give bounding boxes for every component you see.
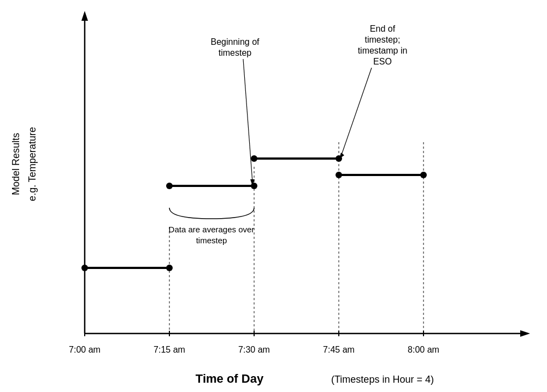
x-label-745: 7:45 am [323,345,355,354]
svg-marker-1 [81,11,88,21]
x-axis-title: Time of Day [196,372,264,385]
svg-point-23 [336,172,342,178]
chart-container: Model Results e.g. Temperature 7:00 am 7… [0,0,547,392]
svg-marker-3 [520,330,530,337]
svg-point-14 [81,265,88,271]
y-axis-label-2: e.g. Temperature [27,127,38,201]
svg-point-15 [166,265,173,271]
annotation-beginning-2: timestep [219,48,252,57]
annotation-end-4: ESO [373,57,392,66]
x-label-800: 8:00 am [408,345,439,354]
x-label-700: 7:00 am [69,345,101,354]
svg-line-27 [342,68,372,155]
annotation-end-1: End of [370,24,396,33]
svg-line-25 [243,59,252,182]
y-axis-label-1: Model Results [10,133,21,195]
x-label-715: 7:15 am [154,345,185,354]
annotation-end-3: timestamp in [358,46,408,55]
annotation-avg-1: Data are averages over [169,225,255,234]
annotation-beginning: Beginning of [211,37,260,46]
x-axis-subtitle: (Timesteps in Hour = 4) [331,374,434,385]
svg-point-17 [166,183,173,189]
x-label-730: 7:30 am [238,345,270,354]
svg-point-24 [420,172,427,178]
annotation-end-2: timestep; [365,35,401,44]
annotation-avg-2: timestep [196,236,227,245]
svg-point-20 [251,155,257,162]
